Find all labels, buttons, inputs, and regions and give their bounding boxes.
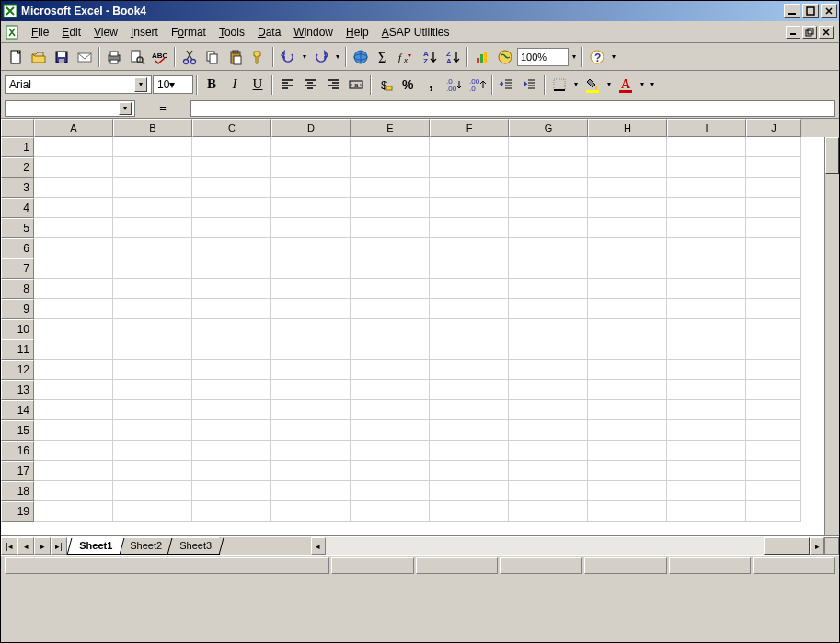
cell[interactable]	[667, 299, 746, 319]
cell[interactable]	[192, 461, 271, 481]
cell[interactable]	[430, 238, 509, 258]
cell[interactable]	[588, 360, 667, 380]
hscroll-right-button[interactable]: ▸	[810, 537, 824, 555]
cell[interactable]	[351, 400, 430, 420]
column-header[interactable]: H	[588, 119, 667, 137]
format-painter-button[interactable]	[247, 46, 270, 68]
cell[interactable]	[192, 339, 271, 360]
cell[interactable]	[588, 481, 667, 501]
cell[interactable]	[667, 157, 746, 178]
menu-window[interactable]: Window	[287, 24, 339, 40]
name-box[interactable]: ▾	[5, 100, 135, 117]
sort-ascending-button[interactable]: AZ	[419, 46, 441, 68]
cell[interactable]	[271, 339, 351, 360]
redo-dropdown[interactable]: ▾	[333, 52, 342, 61]
zoom-combo[interactable]: 100%	[517, 48, 569, 66]
cell[interactable]	[271, 137, 351, 157]
help-button[interactable]: ?	[586, 46, 608, 68]
cell[interactable]	[192, 198, 271, 218]
cell[interactable]	[509, 501, 588, 522]
cell[interactable]	[746, 279, 801, 299]
row-header[interactable]: 15	[1, 420, 34, 441]
cell[interactable]	[351, 279, 430, 299]
cell[interactable]	[351, 137, 430, 157]
cell[interactable]	[746, 178, 801, 198]
tab-first-button[interactable]: |◂	[1, 537, 17, 555]
font-color-dropdown[interactable]: ▾	[638, 80, 647, 88]
open-button[interactable]	[28, 46, 50, 68]
cell[interactable]	[667, 380, 746, 400]
cell[interactable]	[509, 178, 588, 198]
column-header[interactable]: I	[667, 119, 746, 137]
cell[interactable]	[271, 360, 351, 380]
undo-button[interactable]	[277, 46, 299, 68]
cell[interactable]	[509, 420, 588, 441]
cell[interactable]	[588, 501, 667, 522]
cell[interactable]	[34, 299, 113, 319]
cell[interactable]	[113, 218, 192, 238]
cell[interactable]	[430, 441, 509, 461]
row-header[interactable]: 12	[1, 360, 34, 380]
select-all-corner[interactable]	[1, 119, 34, 137]
cell[interactable]	[430, 380, 509, 400]
paste-button[interactable]	[224, 46, 247, 68]
cell[interactable]	[113, 299, 192, 319]
cell[interactable]	[351, 258, 430, 279]
scrollbar-thumb[interactable]	[825, 137, 839, 174]
cell[interactable]	[509, 400, 588, 420]
cell[interactable]	[430, 258, 509, 279]
cell[interactable]	[351, 380, 430, 400]
cell[interactable]	[746, 258, 801, 279]
row-header[interactable]: 9	[1, 299, 34, 319]
cell[interactable]	[34, 501, 113, 522]
fill-color-dropdown[interactable]: ▾	[604, 80, 614, 88]
cell[interactable]	[746, 501, 801, 522]
cell[interactable]	[667, 198, 746, 218]
cell[interactable]	[430, 198, 509, 218]
cell[interactable]	[430, 319, 509, 339]
cell[interactable]	[746, 420, 801, 441]
undo-dropdown[interactable]: ▾	[300, 52, 309, 61]
cell[interactable]	[271, 218, 351, 238]
cell[interactable]	[667, 360, 746, 380]
row-header[interactable]: 4	[1, 198, 34, 218]
cell[interactable]	[192, 299, 271, 319]
cell[interactable]	[509, 218, 588, 238]
cell[interactable]	[430, 461, 509, 481]
cell[interactable]	[34, 319, 113, 339]
cell[interactable]	[430, 137, 509, 157]
cell[interactable]	[667, 218, 746, 238]
cell[interactable]	[667, 238, 746, 258]
email-button[interactable]	[74, 46, 96, 68]
sheet-tab[interactable]: Sheet2	[118, 538, 175, 555]
cell[interactable]	[113, 238, 192, 258]
cell[interactable]	[34, 157, 113, 178]
cell[interactable]	[588, 461, 667, 481]
cell[interactable]	[113, 258, 192, 279]
print-button[interactable]	[103, 46, 125, 68]
cell[interactable]	[192, 319, 271, 339]
autosum-button[interactable]: Σ	[373, 46, 395, 68]
cell[interactable]	[588, 198, 667, 218]
help-dropdown[interactable]: ▾	[609, 52, 618, 61]
cell[interactable]	[509, 380, 588, 400]
cell[interactable]	[746, 400, 801, 420]
font-size-combo[interactable]: 10 ▾	[153, 75, 193, 94]
column-header[interactable]: A	[34, 119, 113, 137]
cell[interactable]	[271, 157, 351, 178]
cell[interactable]	[667, 400, 746, 420]
zoom-dropdown[interactable]: ▾	[570, 52, 579, 61]
cell[interactable]	[588, 137, 667, 157]
cell[interactable]	[509, 461, 588, 481]
row-header[interactable]: 14	[1, 400, 34, 420]
cell[interactable]	[192, 420, 271, 441]
cell[interactable]	[667, 279, 746, 299]
cell[interactable]	[588, 339, 667, 360]
cell[interactable]	[667, 339, 746, 360]
cell[interactable]	[351, 420, 430, 441]
menu-data[interactable]: Data	[251, 24, 287, 40]
cell[interactable]	[192, 137, 271, 157]
cell[interactable]	[351, 198, 430, 218]
cell[interactable]	[113, 420, 192, 441]
cell[interactable]	[113, 441, 192, 461]
